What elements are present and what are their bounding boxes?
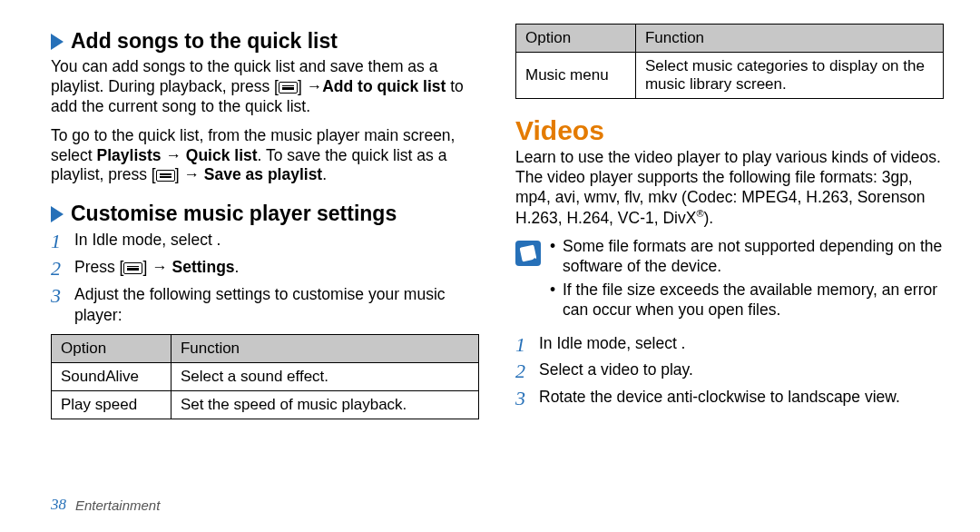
subheading-customise: Customise music player settings bbox=[51, 202, 479, 226]
options-table-right: Option Function Music menu Select music … bbox=[515, 24, 944, 99]
page-number: 38 bbox=[51, 496, 66, 514]
subheading-quicklist: Add songs to the quick list bbox=[51, 29, 479, 54]
page-content: Add songs to the quick list You can add … bbox=[0, 0, 980, 419]
steps-video: In Idle mode, select . Select a video to… bbox=[515, 333, 944, 409]
step-item: Press [] → Settings. bbox=[51, 257, 479, 279]
left-column: Add songs to the quick list You can add … bbox=[51, 24, 479, 419]
chevron-right-icon bbox=[51, 206, 64, 222]
note-list: Some file formats are not supported depe… bbox=[550, 237, 944, 324]
para-quicklist-nav: To go to the quick list, from the music … bbox=[51, 126, 479, 186]
menu-icon bbox=[123, 262, 142, 274]
section-title-videos: Videos bbox=[515, 115, 944, 146]
options-table-left: Option Function SoundAlive Select a soun… bbox=[51, 334, 479, 419]
table-row: Play speed Set the speed of music playba… bbox=[52, 390, 479, 419]
menu-icon bbox=[279, 82, 298, 94]
step-item: In Idle mode, select . bbox=[515, 333, 944, 355]
note-item: Some file formats are not supported depe… bbox=[550, 237, 944, 277]
right-column: Option Function Music menu Select music … bbox=[515, 24, 944, 419]
th-option: Option bbox=[52, 334, 172, 362]
registered-icon: ® bbox=[696, 208, 703, 219]
table-row: SoundAlive Select a sound effect. bbox=[52, 362, 479, 390]
step-item: Rotate the device anti-clockwise to land… bbox=[515, 387, 944, 409]
heading-text: Customise music player settings bbox=[71, 202, 397, 226]
menu-icon bbox=[156, 170, 175, 182]
cell-function: Select music categories to display on th… bbox=[635, 53, 943, 99]
chevron-right-icon bbox=[51, 34, 64, 50]
cell-option: SoundAlive bbox=[52, 362, 172, 390]
step-item: In Idle mode, select . bbox=[51, 230, 479, 251]
page-footer: 38 Entertainment bbox=[51, 496, 160, 514]
heading-text: Add songs to the quick list bbox=[71, 29, 338, 54]
th-function: Function bbox=[635, 25, 943, 53]
cell-function: Set the speed of music playback. bbox=[171, 390, 478, 419]
para-quicklist-intro: You can add songs to the quick list and … bbox=[51, 57, 479, 117]
footer-section: Entertainment bbox=[75, 498, 160, 513]
steps-customise: In Idle mode, select . Press [] → Settin… bbox=[51, 230, 479, 327]
step-item: Select a video to play. bbox=[515, 360, 944, 381]
table-header-row: Option Function bbox=[52, 334, 479, 362]
note-item: If the file size exceeds the available m… bbox=[550, 281, 944, 320]
note-icon bbox=[515, 241, 541, 266]
table-row: Music menu Select music categories to di… bbox=[516, 53, 944, 99]
note-box: Some file formats are not supported depe… bbox=[515, 237, 944, 324]
para-videos-intro: Learn to use the video player to play va… bbox=[515, 148, 944, 228]
th-option: Option bbox=[516, 25, 636, 53]
cell-function: Select a sound effect. bbox=[171, 362, 478, 390]
cell-option: Music menu bbox=[516, 53, 636, 99]
step-item: Adjust the following settings to customi… bbox=[51, 284, 479, 327]
table-header-row: Option Function bbox=[516, 25, 944, 53]
th-function: Function bbox=[171, 334, 478, 362]
cell-option: Play speed bbox=[52, 390, 172, 419]
